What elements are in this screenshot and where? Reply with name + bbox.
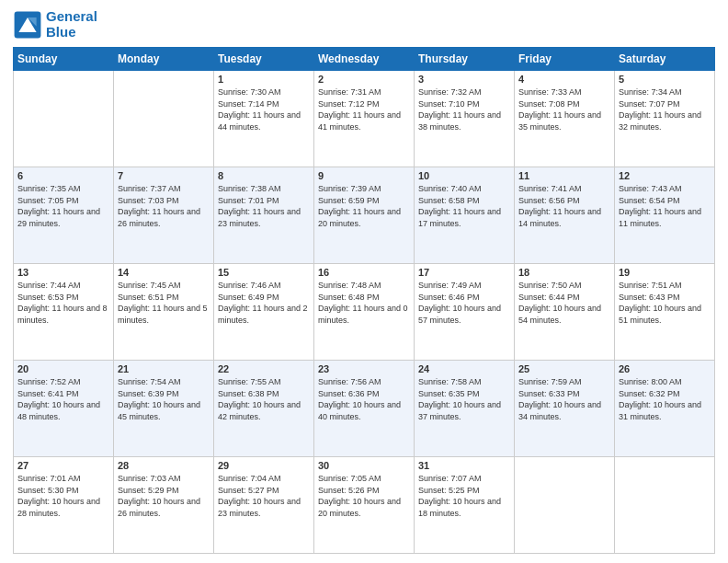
day-info: Sunrise: 8:00 AMSunset: 6:32 PMDaylight:… (619, 376, 711, 422)
day-info: Sunrise: 7:39 AMSunset: 6:59 PMDaylight:… (318, 183, 410, 229)
day-number: 28 (118, 460, 210, 471)
day-number: 21 (118, 363, 210, 374)
day-info: Sunrise: 7:54 AMSunset: 6:39 PMDaylight:… (118, 376, 210, 422)
day-number: 11 (518, 170, 610, 181)
day-info: Sunrise: 7:49 AMSunset: 6:46 PMDaylight:… (418, 280, 510, 326)
calendar-cell: 21Sunrise: 7:54 AMSunset: 6:39 PMDayligh… (114, 361, 214, 457)
calendar-cell: 8Sunrise: 7:38 AMSunset: 7:01 PMDaylight… (214, 167, 314, 264)
day-number: 13 (17, 267, 109, 278)
day-number: 10 (418, 170, 510, 181)
day-number: 24 (418, 363, 510, 374)
calendar-cell: 24Sunrise: 7:58 AMSunset: 6:35 PMDayligh… (415, 361, 515, 457)
calendar-cell: 13Sunrise: 7:44 AMSunset: 6:53 PMDayligh… (14, 264, 114, 361)
day-number: 25 (518, 363, 610, 374)
calendar-cell: 17Sunrise: 7:49 AMSunset: 6:46 PMDayligh… (415, 264, 515, 361)
calendar-cell (515, 457, 615, 554)
day-header-monday: Monday (114, 48, 214, 71)
calendar-cell: 11Sunrise: 7:41 AMSunset: 6:56 PMDayligh… (515, 167, 615, 264)
calendar-cell: 30Sunrise: 7:05 AMSunset: 5:26 PMDayligh… (314, 457, 415, 554)
calendar-cell: 26Sunrise: 8:00 AMSunset: 6:32 PMDayligh… (615, 361, 715, 457)
day-info: Sunrise: 7:43 AMSunset: 6:54 PMDaylight:… (619, 183, 711, 229)
day-number: 19 (619, 267, 711, 278)
day-info: Sunrise: 7:33 AMSunset: 7:08 PMDaylight:… (518, 86, 610, 132)
day-number: 18 (518, 267, 610, 278)
calendar-cell: 12Sunrise: 7:43 AMSunset: 6:54 PMDayligh… (615, 167, 715, 264)
calendar-cell: 27Sunrise: 7:01 AMSunset: 5:30 PMDayligh… (14, 457, 114, 554)
calendar-week-row: 6Sunrise: 7:35 AMSunset: 7:05 PMDaylight… (14, 167, 715, 264)
day-number: 22 (218, 363, 310, 374)
day-info: Sunrise: 7:35 AMSunset: 7:05 PMDaylight:… (17, 183, 109, 229)
header: General Blue (13, 9, 715, 40)
day-header-friday: Friday (515, 48, 615, 71)
calendar-cell: 6Sunrise: 7:35 AMSunset: 7:05 PMDaylight… (14, 167, 114, 264)
logo-text: General Blue (46, 9, 97, 40)
day-number: 27 (17, 460, 109, 471)
day-info: Sunrise: 7:48 AMSunset: 6:48 PMDaylight:… (318, 280, 410, 326)
calendar-cell: 20Sunrise: 7:52 AMSunset: 6:41 PMDayligh… (14, 361, 114, 457)
day-number: 1 (218, 74, 310, 85)
day-header-thursday: Thursday (415, 48, 515, 71)
calendar-cell (114, 71, 214, 167)
day-info: Sunrise: 7:50 AMSunset: 6:44 PMDaylight:… (518, 280, 610, 326)
calendar-cell: 14Sunrise: 7:45 AMSunset: 6:51 PMDayligh… (114, 264, 214, 361)
day-number: 14 (118, 267, 210, 278)
day-info: Sunrise: 7:05 AMSunset: 5:26 PMDaylight:… (318, 473, 410, 519)
day-info: Sunrise: 7:59 AMSunset: 6:33 PMDaylight:… (518, 376, 610, 422)
day-number: 17 (418, 267, 510, 278)
day-number: 6 (17, 170, 109, 181)
calendar-cell: 4Sunrise: 7:33 AMSunset: 7:08 PMDaylight… (515, 71, 615, 167)
day-info: Sunrise: 7:52 AMSunset: 6:41 PMDaylight:… (17, 376, 109, 422)
day-number: 20 (17, 363, 109, 374)
calendar-cell: 29Sunrise: 7:04 AMSunset: 5:27 PMDayligh… (214, 457, 314, 554)
calendar-cell: 10Sunrise: 7:40 AMSunset: 6:58 PMDayligh… (415, 167, 515, 264)
calendar-cell: 23Sunrise: 7:56 AMSunset: 6:36 PMDayligh… (314, 361, 415, 457)
day-info: Sunrise: 7:31 AMSunset: 7:12 PMDaylight:… (318, 86, 410, 132)
day-info: Sunrise: 7:07 AMSunset: 5:25 PMDaylight:… (418, 473, 510, 519)
day-info: Sunrise: 7:03 AMSunset: 5:29 PMDaylight:… (118, 473, 210, 519)
day-info: Sunrise: 7:37 AMSunset: 7:03 PMDaylight:… (118, 183, 210, 229)
day-number: 9 (318, 170, 410, 181)
calendar-cell: 9Sunrise: 7:39 AMSunset: 6:59 PMDaylight… (314, 167, 415, 264)
day-header-tuesday: Tuesday (214, 48, 314, 71)
page: General Blue SundayMondayTuesdayWednesda… (0, 0, 728, 563)
calendar-cell: 31Sunrise: 7:07 AMSunset: 5:25 PMDayligh… (415, 457, 515, 554)
calendar-cell: 28Sunrise: 7:03 AMSunset: 5:29 PMDayligh… (114, 457, 214, 554)
day-number: 3 (418, 74, 510, 85)
calendar-cell: 16Sunrise: 7:48 AMSunset: 6:48 PMDayligh… (314, 264, 415, 361)
day-info: Sunrise: 7:44 AMSunset: 6:53 PMDaylight:… (17, 280, 109, 326)
day-number: 29 (218, 460, 310, 471)
day-header-sunday: Sunday (14, 48, 114, 71)
day-number: 16 (318, 267, 410, 278)
day-info: Sunrise: 7:45 AMSunset: 6:51 PMDaylight:… (118, 280, 210, 326)
calendar-cell: 2Sunrise: 7:31 AMSunset: 7:12 PMDaylight… (314, 71, 415, 167)
calendar-table: SundayMondayTuesdayWednesdayThursdayFrid… (13, 47, 715, 554)
day-info: Sunrise: 7:38 AMSunset: 7:01 PMDaylight:… (218, 183, 310, 229)
calendar-week-row: 27Sunrise: 7:01 AMSunset: 5:30 PMDayligh… (14, 457, 715, 554)
day-info: Sunrise: 7:30 AMSunset: 7:14 PMDaylight:… (218, 86, 310, 132)
day-info: Sunrise: 7:55 AMSunset: 6:38 PMDaylight:… (218, 376, 310, 422)
day-number: 31 (418, 460, 510, 471)
day-number: 12 (619, 170, 711, 181)
logo: General Blue (13, 9, 97, 40)
day-info: Sunrise: 7:56 AMSunset: 6:36 PMDaylight:… (318, 376, 410, 422)
day-number: 8 (218, 170, 310, 181)
calendar-header-row: SundayMondayTuesdayWednesdayThursdayFrid… (14, 48, 715, 71)
day-number: 5 (619, 74, 711, 85)
day-info: Sunrise: 7:46 AMSunset: 6:49 PMDaylight:… (218, 280, 310, 326)
calendar-cell: 22Sunrise: 7:55 AMSunset: 6:38 PMDayligh… (214, 361, 314, 457)
calendar-week-row: 1Sunrise: 7:30 AMSunset: 7:14 PMDaylight… (14, 71, 715, 167)
calendar-cell: 25Sunrise: 7:59 AMSunset: 6:33 PMDayligh… (515, 361, 615, 457)
day-info: Sunrise: 7:32 AMSunset: 7:10 PMDaylight:… (418, 86, 510, 132)
logo-icon (13, 10, 42, 40)
day-header-wednesday: Wednesday (314, 48, 415, 71)
day-number: 26 (619, 363, 711, 374)
day-info: Sunrise: 7:58 AMSunset: 6:35 PMDaylight:… (418, 376, 510, 422)
day-info: Sunrise: 7:51 AMSunset: 6:43 PMDaylight:… (619, 280, 711, 326)
calendar-cell: 7Sunrise: 7:37 AMSunset: 7:03 PMDaylight… (114, 167, 214, 264)
calendar-cell: 18Sunrise: 7:50 AMSunset: 6:44 PMDayligh… (515, 264, 615, 361)
calendar-cell (615, 457, 715, 554)
day-number: 4 (518, 74, 610, 85)
calendar-cell: 3Sunrise: 7:32 AMSunset: 7:10 PMDaylight… (415, 71, 515, 167)
day-number: 7 (118, 170, 210, 181)
calendar-cell: 15Sunrise: 7:46 AMSunset: 6:49 PMDayligh… (214, 264, 314, 361)
